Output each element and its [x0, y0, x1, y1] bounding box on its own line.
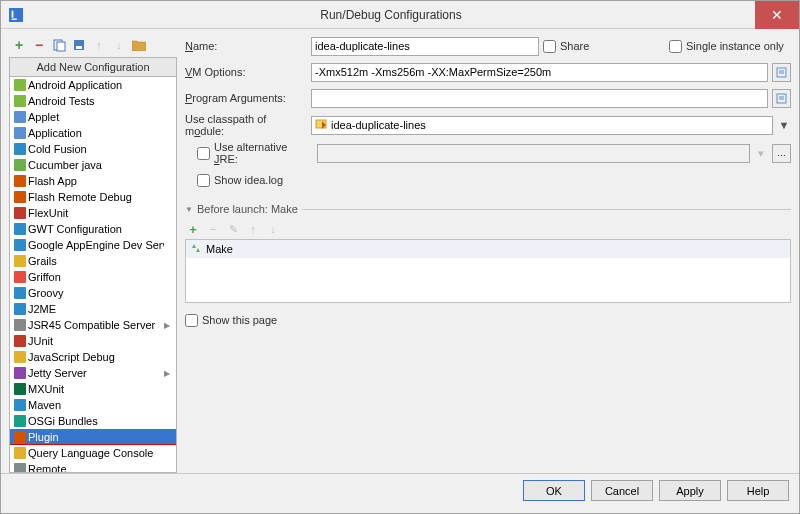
config-type-item[interactable]: JavaScript Debug [10, 349, 176, 365]
config-type-icon [12, 206, 28, 220]
show-idea-log-checkbox[interactable]: Show idea.log [197, 174, 319, 187]
config-type-label: Cold Fusion [28, 143, 164, 155]
config-type-label: JSR45 Compatible Server [28, 319, 164, 331]
before-launch-task-list[interactable]: Make [185, 239, 791, 303]
config-type-icon [12, 142, 28, 156]
task-edit-button[interactable]: ✎ [225, 221, 241, 237]
config-type-item[interactable]: Cucumber java [10, 157, 176, 173]
config-type-icon [12, 238, 28, 252]
config-type-tree[interactable]: Android ApplicationAndroid TestsAppletAp… [9, 77, 177, 473]
config-type-item[interactable]: Flash App [10, 173, 176, 189]
config-type-label: JUnit [28, 335, 164, 347]
config-type-label: Android Application [28, 79, 164, 91]
name-label: Name: [185, 40, 307, 52]
config-type-item[interactable]: Google AppEngine Dev Server [10, 237, 176, 253]
config-type-item[interactable]: J2ME [10, 301, 176, 317]
move-down-button[interactable]: ↓ [111, 37, 127, 53]
config-type-item[interactable]: Groovy [10, 285, 176, 301]
section-collapse-icon[interactable]: ▼ [185, 205, 193, 214]
config-type-icon [12, 78, 28, 92]
task-label: Make [206, 243, 233, 255]
config-type-icon [12, 462, 28, 473]
task-remove-button[interactable]: − [205, 221, 221, 237]
config-type-item[interactable]: Jetty Server▶ [10, 365, 176, 381]
classpath-value: idea-duplicate-lines [331, 119, 426, 131]
config-type-label: Google AppEngine Dev Server [28, 239, 164, 251]
help-button[interactable]: Help [727, 480, 789, 501]
remove-button[interactable]: − [31, 37, 47, 53]
app-icon [5, 4, 27, 26]
alt-jre-checkbox[interactable]: Use alternative JRE: [197, 141, 313, 165]
svg-rect-1 [12, 10, 14, 17]
add-button[interactable]: + [11, 37, 27, 53]
config-type-icon [12, 430, 28, 444]
sidebar-toolbar: + − ↑ ↓ [9, 35, 177, 57]
config-type-item[interactable]: OSGi Bundles [10, 413, 176, 429]
config-type-icon [12, 158, 28, 172]
config-type-item[interactable]: Android Tests [10, 93, 176, 109]
program-args-expand-button[interactable] [772, 89, 791, 108]
config-type-label: Flash App [28, 175, 164, 187]
config-type-item[interactable]: GWT Configuration [10, 221, 176, 237]
config-type-icon [12, 126, 28, 140]
config-type-item[interactable]: Applet [10, 109, 176, 125]
config-type-item[interactable]: MXUnit [10, 381, 176, 397]
config-type-item[interactable]: Application [10, 125, 176, 141]
task-up-button[interactable]: ↑ [245, 221, 261, 237]
sidebar: + − ↑ ↓ Add New Configuration Android Ap… [9, 35, 177, 473]
classpath-label: Use classpath of module: [185, 113, 307, 137]
config-type-item[interactable]: Query Language Console [10, 445, 176, 461]
classpath-dropdown[interactable]: idea-duplicate-lines [311, 116, 773, 135]
share-checkbox[interactable]: Share [543, 40, 665, 53]
make-icon [190, 242, 202, 256]
config-type-item[interactable]: JUnit [10, 333, 176, 349]
config-type-item[interactable]: FlexUnit [10, 205, 176, 221]
config-type-item[interactable]: Plugin [10, 429, 176, 445]
config-type-label: Android Tests [28, 95, 164, 107]
close-button[interactable]: ✕ [755, 1, 799, 29]
show-this-page-checkbox[interactable]: Show this page [185, 314, 307, 327]
svg-rect-0 [9, 8, 23, 22]
task-item-make[interactable]: Make [186, 240, 790, 258]
task-add-button[interactable]: + [185, 221, 201, 237]
config-type-label: Applet [28, 111, 164, 123]
config-type-item[interactable]: Griffon [10, 269, 176, 285]
config-type-item[interactable]: Flash Remote Debug [10, 189, 176, 205]
name-input[interactable] [311, 37, 539, 56]
copy-button[interactable] [51, 37, 67, 53]
svg-rect-6 [76, 46, 82, 49]
svg-rect-4 [57, 42, 65, 51]
save-button[interactable] [71, 37, 87, 53]
config-type-item[interactable]: Cold Fusion [10, 141, 176, 157]
config-type-item[interactable]: Android Application [10, 77, 176, 93]
sidebar-header: Add New Configuration [9, 57, 177, 77]
config-type-label: Query Language Console [28, 447, 164, 459]
classpath-dropdown-arrow[interactable]: ▼ [777, 119, 791, 131]
config-type-label: Jetty Server [28, 367, 164, 379]
single-instance-checkbox[interactable]: Single instance only [669, 40, 791, 53]
config-type-icon [12, 270, 28, 284]
config-type-item[interactable]: Maven [10, 397, 176, 413]
config-type-item[interactable]: JSR45 Compatible Server▶ [10, 317, 176, 333]
vm-options-input[interactable] [311, 63, 768, 82]
config-type-item[interactable]: Remote [10, 461, 176, 473]
config-type-item[interactable]: Grails [10, 253, 176, 269]
task-down-button[interactable]: ↓ [265, 221, 281, 237]
apply-button[interactable]: Apply [659, 480, 721, 501]
config-type-label: Griffon [28, 271, 164, 283]
move-up-button[interactable]: ↑ [91, 37, 107, 53]
config-type-icon [12, 174, 28, 188]
config-type-icon [12, 350, 28, 364]
vm-options-expand-button[interactable] [772, 63, 791, 82]
alt-jre-browse-button[interactable]: … [772, 144, 791, 163]
config-type-icon [12, 222, 28, 236]
config-type-label: Cucumber java [28, 159, 164, 171]
config-type-icon [12, 286, 28, 300]
folder-button[interactable] [131, 37, 147, 53]
config-type-label: Flash Remote Debug [28, 191, 164, 203]
config-type-label: J2ME [28, 303, 164, 315]
config-type-icon [12, 110, 28, 124]
ok-button[interactable]: OK [523, 480, 585, 501]
cancel-button[interactable]: Cancel [591, 480, 653, 501]
program-args-input[interactable] [311, 89, 768, 108]
